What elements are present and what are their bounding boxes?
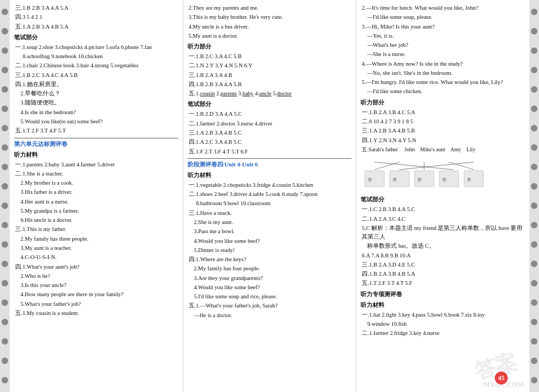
binding-hole: [531, 261, 537, 267]
answer-sub: 5.Dinner is ready!: [188, 246, 352, 255]
answer-row: 四.1.Where are the keys?: [188, 255, 352, 264]
answer-sub: —I'd like some soup, please.: [361, 13, 525, 22]
binding-hole: [2, 377, 8, 383]
answer-sub: —No, she isn't. She's in the bedroom.: [361, 69, 525, 78]
binding-hole: [531, 9, 537, 15]
answer-sub: 2.早餐吃什么？: [14, 89, 178, 98]
binding-hole: [2, 222, 8, 228]
answer-row: 一.1.hat 2.light 3.key 4.pass 5.bowl 6.bo…: [361, 311, 525, 319]
binding-hole: [2, 183, 8, 190]
answer-sub: 4.Would you like some beef?: [188, 237, 352, 246]
answer-row: 五.1.—What's your father's job, Sarah?: [188, 302, 352, 310]
svg-text:图: 图: [467, 178, 471, 182]
answer-sub: 3.Pass me a bowl.: [188, 227, 352, 236]
answer-sub: 3.My aunt is a teacher.: [14, 244, 178, 253]
answer-row: 三.1.B 2.A 3.D 4.E 5.C: [361, 261, 525, 269]
answer-sub: 2.Who is he?: [14, 272, 178, 281]
binding-hole: [2, 358, 8, 364]
answer-row: 三.1.B 2.C 3.A 4.C 4.A 5.B: [14, 71, 178, 80]
answer-sub: 3.His father is a driver.: [14, 188, 178, 197]
binding-hole: [531, 202, 537, 209]
answer-sub: 4.Would you like some beef?: [188, 283, 352, 292]
answer-sub: 2.My family has four people.: [188, 264, 352, 273]
answer-sub: 4.Is she in the bedroom?: [14, 108, 178, 117]
answer-row: 四.1.B 2.A 3.B 4.B 5.A: [361, 270, 525, 278]
binding-hole: [2, 280, 8, 286]
answer-row: 6.A 7.A 8.B 9.B 10.A: [361, 251, 525, 260]
answer-row: 三.1.A 2.B 3.A 4.B 5.B: [361, 127, 525, 135]
svg-text:图: 图: [418, 178, 421, 182]
answer-row: 一.1.vegetable 2.chopsticks 3.fridge 4.co…: [188, 181, 352, 190]
svg-text:图: 图: [443, 178, 446, 182]
listening-material-3: 听力材料: [361, 300, 525, 310]
answer-row: 5.—I'm hungry. I'd like some rice. What …: [361, 78, 525, 87]
answer-row: 二.1.chair 2.Chinese book 3.hair 4.strong…: [14, 61, 178, 70]
page-number: 45: [495, 372, 508, 384]
binding-hole: [2, 106, 8, 112]
binding-hole: [2, 338, 8, 345]
answer-row: 三.1.B 2.A 3.A 4.B: [188, 71, 352, 80]
answer-row: 五.1.T 2.F 3.T 4.F 5.T: [14, 127, 178, 135]
binding-hole: [531, 319, 537, 325]
answer-sub: —Yes, it is.: [361, 32, 525, 40]
answer-row: 2.They are my parents and me.: [188, 4, 352, 12]
binding-hole: [531, 67, 537, 73]
binding-hole: [531, 377, 537, 383]
answer-row: 8.bathroom 9.bowl 10.classroom: [188, 199, 352, 208]
answer-row: 四.1.B 2.B 3.A 4.A 5.B: [188, 80, 352, 89]
binding-hole: [2, 9, 8, 15]
answer-row: 五.1.A 2.B 3.A 4.B 5.A: [14, 23, 178, 31]
unit-title: 第六单元达标测评卷: [14, 138, 178, 149]
answer-row: 一.1.parents 2.baby 3.aunt 4.farmer 5.dri…: [14, 160, 178, 169]
stage-review-title: 阶段测评卷四·Unit 4-Unit 6: [188, 158, 352, 169]
answer-row: 四.1.A 2.C 3.A 4.B 5.C: [188, 138, 352, 146]
answer-row: 五.1.F 2.T 3.F 4.T 5.T 6.F: [188, 148, 352, 156]
binding-hole: [2, 299, 8, 306]
answer-row: 二.1.A 2.A 3.C 4.C: [361, 215, 525, 223]
answer-sub: 3.Is this your uncle?: [14, 281, 178, 290]
answer-row: 8.schoolbag 9.notebook 10.chicken: [14, 52, 178, 61]
answer-row: 四.1.Y 2.N 3.N 4.Y 5.N: [361, 136, 525, 145]
answer-sub: —I'd like some chicken.: [361, 87, 525, 96]
binding-hole: [2, 319, 8, 325]
binding-hole: [531, 241, 537, 248]
answer-sub: 5.Would you like(to eat) some beef?: [14, 117, 178, 126]
column-3: 2.—It's time for lunch. What would you l…: [356, 0, 529, 392]
binding-hole: [531, 125, 537, 131]
binding-hole: [531, 86, 537, 93]
binding-hole: [531, 164, 537, 170]
binding-hole: [2, 125, 8, 131]
listening-section: 听力部分: [188, 42, 352, 51]
answer-row: 一.1.soup 2.shoe 3.chopsticks 4.picture 5…: [14, 43, 178, 52]
answer-row: 三.1.This is my father.: [14, 225, 178, 234]
binding-hole: [531, 47, 537, 54]
right-binding: [529, 0, 539, 392]
answer-sub: 6.His uncle is a doctor.: [14, 216, 178, 225]
answer-sub: 3.随随便便吃。: [14, 99, 178, 107]
answer-sub: 4.Her aunt is a nurse.: [14, 198, 178, 206]
answer-sub: 2.She is my aunt.: [188, 218, 352, 227]
answer-sub: 称单数形式 has。故选 C。: [361, 242, 525, 250]
svg-text:图: 图: [393, 178, 397, 182]
answer-row: 三.1.B 2.B 3.A 4.A 5.A: [14, 4, 178, 12]
answer-row: 二.6 10 4 2 7 3 9 1 8 5: [361, 117, 525, 126]
binding-hole: [2, 86, 8, 93]
answer-row: 四.1.她在厨房里。: [14, 80, 178, 89]
page-container: 三.1.B 2.B 3.A 4.A 5.A 四.3 5 4 2 1 五.1.A …: [0, 0, 539, 392]
answer-sub: 2.My brother is a cook.: [14, 179, 178, 187]
binding-hole: [531, 222, 537, 228]
answer-row: 4.My uncle is a bus driver.: [188, 23, 352, 31]
binding-hole: [2, 67, 8, 73]
answer-row: 五.1.My cousin is a student.: [14, 309, 178, 318]
binding-hole: [531, 144, 537, 151]
answer-sub: 4.C-O-U-S-I-N.: [14, 253, 178, 262]
binding-hole: [2, 202, 8, 209]
binding-hole: [2, 144, 8, 151]
answer-sub: —What's her job?: [361, 41, 525, 50]
column-1: 三.1.B 2.B 3.A 4.A 5.A 四.3 5 4 2 1 五.1.A …: [10, 0, 183, 392]
answer-row: 3.—Hi, Mike! Is this your aunt?: [361, 23, 525, 31]
listening-material: 听力材料: [14, 150, 178, 159]
answer-row: 三.1.Have a snack.: [188, 209, 352, 218]
binding-hole: [531, 358, 537, 364]
answer-row: 四.1.What's your aunt's job?: [14, 263, 178, 271]
